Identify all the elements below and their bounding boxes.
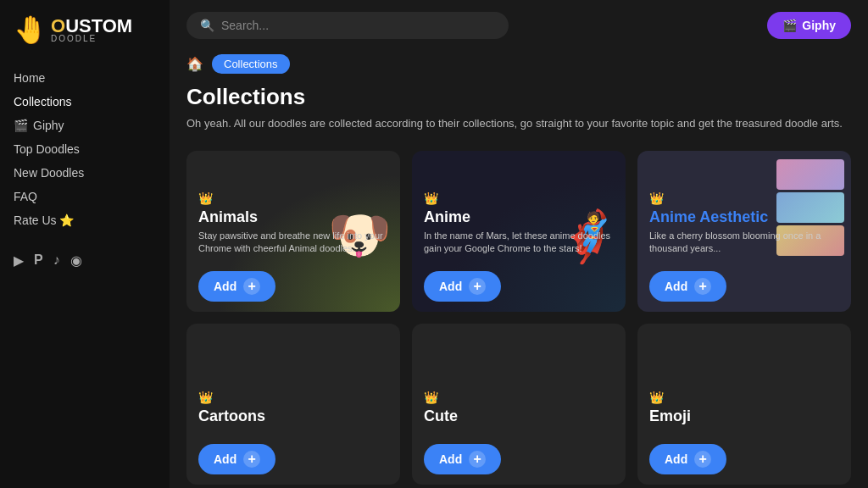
search-icon: 🔍 <box>200 19 214 32</box>
card-cute-title: Cute <box>424 408 614 425</box>
animals-add-label: Add <box>214 280 236 293</box>
card-emoji-add-row: Add + <box>637 437 851 485</box>
card-animals-add-row: Add + <box>186 264 400 312</box>
card-cartoons-crown: 👑 <box>198 391 388 404</box>
card-aesthetic-add-row: Add + <box>637 264 851 312</box>
anime-add-plus-icon: + <box>469 278 486 295</box>
home-breadcrumb-icon[interactable]: 🏠 <box>186 56 203 72</box>
aesthetic-add-label: Add <box>665 280 687 293</box>
logo: 🤚 OUSTOM DOODLE <box>14 14 156 46</box>
sidebar-item-home-label: Home <box>14 71 45 85</box>
emoji-add-label: Add <box>665 452 687 466</box>
tiktok-icon[interactable]: ♪ <box>53 252 60 269</box>
giphy-button[interactable]: 🎬 Giphy <box>767 12 851 39</box>
card-cute-content: 👑 Cute <box>412 324 626 437</box>
sidebar-item-top-doodles[interactable]: Top Doodles <box>14 137 156 161</box>
cute-add-button[interactable]: Add + <box>424 444 501 474</box>
card-emoji-crown: 👑 <box>649 391 839 404</box>
card-aesthetic-content: 👑 Anime Aesthetic Like a cherry blossom … <box>637 151 851 264</box>
page-description: Oh yeah. All our doodles are collected a… <box>186 115 851 132</box>
sidebar: 🤚 OUSTOM DOODLE Home Collections 🎬 Giphy… <box>0 0 170 488</box>
card-anime: 👑 Anime In the name of Mars, let these a… <box>412 151 626 312</box>
card-anime-title: Anime <box>424 208 614 226</box>
cartoons-add-button[interactable]: Add + <box>198 444 275 474</box>
pinterest-icon[interactable]: P <box>34 252 43 269</box>
card-cartoons: 👑 Cartoons Add + <box>186 324 400 485</box>
cards-grid: 👑 Animals Stay pawsitive and breathe new… <box>186 151 851 485</box>
card-cute-crown: 👑 <box>424 391 614 404</box>
card-anime-crown: 👑 <box>424 191 614 205</box>
sidebar-item-collections-label: Collections <box>14 95 71 108</box>
page-header: Collections Oh yeah. All our doodles are… <box>170 84 868 141</box>
card-cute: 👑 Cute Add + <box>412 324 626 485</box>
sidebar-item-top-doodles-label: Top Doodles <box>14 142 80 156</box>
social-links: ▶ P ♪ ◉ <box>14 252 156 269</box>
card-anime-add-row: Add + <box>412 264 626 312</box>
sidebar-item-rate-us-label: Rate Us ⭐ <box>14 214 74 227</box>
emoji-add-button[interactable]: Add + <box>649 444 726 474</box>
sidebar-item-collections[interactable]: Collections <box>14 90 156 114</box>
card-emoji-title: Emoji <box>649 408 839 425</box>
cartoons-add-plus-icon: + <box>243 451 260 468</box>
sidebar-item-new-doodles[interactable]: New Doodles <box>14 161 156 185</box>
giphy-color-icon: 🎬 <box>14 119 28 132</box>
giphy-btn-label: Giphy <box>802 19 836 32</box>
card-animals-title: Animals <box>198 208 388 226</box>
breadcrumb-current: Collections <box>212 54 290 74</box>
aesthetic-add-plus-icon: + <box>694 278 711 295</box>
sidebar-item-giphy[interactable]: 🎬 Giphy <box>14 114 156 137</box>
sidebar-item-new-doodles-label: New Doodles <box>14 166 84 180</box>
card-anime-aesthetic: 👑 Anime Aesthetic Like a cherry blossom … <box>637 151 851 312</box>
sidebar-item-rate-us[interactable]: Rate Us ⭐ <box>14 208 156 232</box>
card-animals-content: 👑 Animals Stay pawsitive and breathe new… <box>186 151 400 264</box>
main-content: 🔍 🎬 Giphy 🏠 Collections Collections Oh y… <box>170 0 868 488</box>
cute-add-label: Add <box>439 452 462 466</box>
sidebar-nav: Home Collections 🎬 Giphy Top Doodles New… <box>14 66 156 232</box>
card-animals-desc: Stay pawsitive and breathe new life into… <box>198 230 388 256</box>
youtube-icon[interactable]: ▶ <box>14 252 24 269</box>
card-cartoons-title: Cartoons <box>198 408 388 425</box>
giphy-btn-icon: 🎬 <box>782 19 797 32</box>
page-title: Collections <box>186 84 851 110</box>
anime-add-label: Add <box>439 280 462 293</box>
breadcrumb: 🏠 Collections <box>170 51 868 84</box>
card-cute-add-row: Add + <box>412 437 626 485</box>
card-animals: 👑 Animals Stay pawsitive and breathe new… <box>186 151 400 312</box>
logo-icon: 🤚 <box>14 14 47 46</box>
card-animals-crown: 👑 <box>198 191 388 205</box>
logo-text: OUSTOM <box>51 17 132 36</box>
aesthetic-add-button[interactable]: Add + <box>649 271 726 302</box>
card-emoji-content: 👑 Emoji <box>637 324 851 437</box>
emoji-add-plus-icon: + <box>694 451 711 468</box>
sidebar-item-home[interactable]: Home <box>14 66 156 90</box>
card-aesthetic-crown: 👑 <box>649 191 839 205</box>
anime-add-button[interactable]: Add + <box>424 271 501 302</box>
card-anime-desc: In the name of Mars, let these anime doo… <box>424 230 614 256</box>
card-aesthetic-title: Anime Aesthetic <box>649 208 839 226</box>
card-cartoons-content: 👑 Cartoons <box>186 324 400 437</box>
animals-add-button[interactable]: Add + <box>198 271 275 302</box>
sidebar-item-faq[interactable]: FAQ <box>14 185 156 208</box>
sidebar-item-giphy-label: Giphy <box>33 119 64 132</box>
cartoons-add-label: Add <box>214 452 236 466</box>
sidebar-item-faq-label: FAQ <box>14 190 37 203</box>
card-anime-content: 👑 Anime In the name of Mars, let these a… <box>412 151 626 264</box>
cute-add-plus-icon: + <box>469 451 486 468</box>
topbar: 🔍 🎬 Giphy <box>170 0 868 51</box>
card-emoji: 👑 Emoji Add + <box>637 324 851 485</box>
search-input[interactable] <box>221 19 495 32</box>
search-box[interactable]: 🔍 <box>186 12 509 39</box>
card-cartoons-add-row: Add + <box>186 437 400 485</box>
instagram-icon[interactable]: ◉ <box>70 252 82 269</box>
animals-add-plus-icon: + <box>243 278 260 295</box>
card-aesthetic-desc: Like a cherry blossom blooming once in a… <box>649 230 839 256</box>
cards-area: 👑 Animals Stay pawsitive and breathe new… <box>170 141 868 489</box>
